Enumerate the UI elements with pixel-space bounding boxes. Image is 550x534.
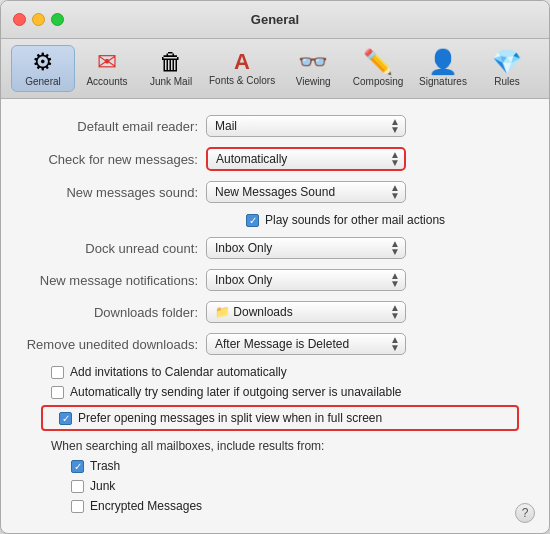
titlebar: General — [1, 1, 549, 39]
default-email-reader-select[interactable]: Mail — [206, 115, 406, 137]
remove-unedited-row: Remove unedited downloads: After Message… — [21, 333, 529, 355]
toolbar-item-junk-mail[interactable]: 🗑 Junk Mail — [139, 45, 203, 92]
encrypted-messages-row: Encrypted Messages — [21, 499, 529, 513]
viewing-label: Viewing — [296, 76, 331, 87]
encrypted-messages-label: Encrypted Messages — [90, 499, 202, 513]
window-title: General — [251, 12, 299, 27]
remove-unedited-wrapper: After Message is Deleted ▲▼ — [206, 333, 406, 355]
toolbar-item-fonts-colors[interactable]: A Fonts & Colors — [203, 46, 281, 91]
dock-unread-row: Dock unread count: Inbox Only ▲▼ — [21, 237, 529, 259]
prefer-split-view-row: ✓ Prefer opening messages in split view … — [51, 411, 509, 425]
close-button[interactable] — [13, 13, 26, 26]
junk-mail-icon: 🗑 — [159, 50, 183, 74]
play-sounds-label: Play sounds for other mail actions — [265, 213, 445, 227]
add-invitations-label: Add invitations to Calendar automaticall… — [70, 365, 287, 379]
prefer-split-view-checkbox[interactable]: ✓ — [59, 412, 72, 425]
toolbar-item-rules[interactable]: 💎 Rules — [475, 45, 539, 92]
junk-checkbox[interactable] — [71, 480, 84, 493]
prefer-split-view-label: Prefer opening messages in split view wh… — [78, 411, 382, 425]
check-new-messages-row: Check for new messages: Automatically ▲▼ — [21, 147, 529, 171]
check-new-messages-label: Check for new messages: — [21, 152, 206, 167]
viewing-icon: 👓 — [298, 50, 328, 74]
dock-unread-select[interactable]: Inbox Only — [206, 237, 406, 259]
main-window: General ⚙ General ✉ Accounts 🗑 Junk Mail… — [0, 0, 550, 534]
auto-try-sending-label: Automatically try sending later if outgo… — [70, 385, 402, 399]
auto-try-sending-checkbox[interactable] — [51, 386, 64, 399]
new-message-notifications-wrapper: Inbox Only ▲▼ — [206, 269, 406, 291]
trash-checkbox[interactable]: ✓ — [71, 460, 84, 473]
toolbar-item-viewing[interactable]: 👓 Viewing — [281, 45, 345, 92]
composing-icon: ✏️ — [363, 50, 393, 74]
toolbar-item-signatures[interactable]: 👤 Signatures — [411, 45, 475, 92]
junk-label: Junk — [90, 479, 115, 493]
auto-try-sending-row: Automatically try sending later if outgo… — [21, 385, 529, 399]
new-message-notifications-select[interactable]: Inbox Only — [206, 269, 406, 291]
accounts-label: Accounts — [86, 76, 127, 87]
play-sounds-checkbox[interactable]: ✓ — [246, 214, 259, 227]
check-new-messages-select[interactable]: Automatically — [206, 147, 406, 171]
signatures-icon: 👤 — [428, 50, 458, 74]
encrypted-messages-checkbox[interactable] — [71, 500, 84, 513]
help-button[interactable]: ? — [515, 503, 535, 523]
add-invitations-checkbox[interactable] — [51, 366, 64, 379]
add-invitations-row: Add invitations to Calendar automaticall… — [21, 365, 529, 379]
toolbar-item-general[interactable]: ⚙ General — [11, 45, 75, 92]
junk-mail-label: Junk Mail — [150, 76, 192, 87]
toolbar: ⚙ General ✉ Accounts 🗑 Junk Mail A Fonts… — [1, 39, 549, 99]
signatures-label: Signatures — [419, 76, 467, 87]
downloads-folder-label: Downloads folder: — [21, 305, 206, 320]
rules-icon: 💎 — [492, 50, 522, 74]
accounts-icon: ✉ — [97, 50, 117, 74]
general-label: General — [25, 76, 61, 87]
new-messages-sound-select[interactable]: New Messages Sound — [206, 181, 406, 203]
downloads-folder-wrapper: 📁 Downloads ▲▼ — [206, 301, 406, 323]
new-message-notifications-label: New message notifications: — [21, 273, 206, 288]
traffic-lights — [1, 13, 64, 26]
content-area: Default email reader: Mail ▲▼ Check for … — [1, 99, 549, 533]
prefer-split-view-container: ✓ Prefer opening messages in split view … — [41, 405, 519, 431]
trash-label: Trash — [90, 459, 120, 473]
play-sounds-row: ✓ Play sounds for other mail actions — [21, 213, 529, 227]
minimize-button[interactable] — [32, 13, 45, 26]
maximize-button[interactable] — [51, 13, 64, 26]
fonts-colors-icon: A — [234, 51, 250, 73]
check-new-messages-wrapper: Automatically ▲▼ — [206, 147, 406, 171]
remove-unedited-select[interactable]: After Message is Deleted — [206, 333, 406, 355]
default-email-reader-row: Default email reader: Mail ▲▼ — [21, 115, 529, 137]
remove-unedited-label: Remove unedited downloads: — [21, 337, 206, 352]
general-icon: ⚙ — [32, 50, 54, 74]
search-section-header: When searching all mailboxes, include re… — [51, 439, 529, 453]
toolbar-item-accounts[interactable]: ✉ Accounts — [75, 45, 139, 92]
default-email-reader-wrapper: Mail ▲▼ — [206, 115, 406, 137]
downloads-folder-row: Downloads folder: 📁 Downloads ▲▼ — [21, 301, 529, 323]
downloads-folder-select[interactable]: 📁 Downloads — [206, 301, 406, 323]
new-messages-sound-wrapper: New Messages Sound ▲▼ — [206, 181, 406, 203]
new-messages-sound-row: New messages sound: New Messages Sound ▲… — [21, 181, 529, 203]
fonts-colors-label: Fonts & Colors — [209, 75, 275, 86]
dock-unread-label: Dock unread count: — [21, 241, 206, 256]
rules-label: Rules — [494, 76, 520, 87]
dock-unread-wrapper: Inbox Only ▲▼ — [206, 237, 406, 259]
junk-row: Junk — [21, 479, 529, 493]
default-email-reader-label: Default email reader: — [21, 119, 206, 134]
trash-row: ✓ Trash — [21, 459, 529, 473]
new-messages-sound-label: New messages sound: — [21, 185, 206, 200]
toolbar-item-composing[interactable]: ✏️ Composing — [345, 45, 411, 92]
new-message-notifications-row: New message notifications: Inbox Only ▲▼ — [21, 269, 529, 291]
composing-label: Composing — [353, 76, 404, 87]
